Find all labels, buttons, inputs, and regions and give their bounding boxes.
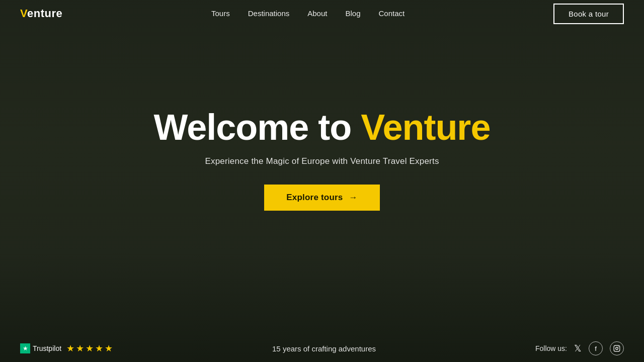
trustpilot-logo: ★ Trustpilot bbox=[20, 343, 61, 353]
follow-us-label: Follow us: bbox=[535, 344, 567, 352]
logo-accent-letter: V bbox=[20, 7, 27, 20]
star-5: ★ bbox=[105, 343, 113, 354]
star-4: ★ bbox=[95, 343, 103, 354]
nav-link-about[interactable]: About bbox=[307, 9, 327, 18]
explore-tours-button[interactable]: Explore tours → bbox=[264, 185, 379, 211]
svg-point-2 bbox=[618, 346, 618, 347]
logo[interactable]: Venture bbox=[20, 7, 62, 20]
logo-text: enture bbox=[27, 7, 62, 20]
hero-content: Welcome to Venture Experience the Magic … bbox=[0, 108, 644, 211]
svg-point-1 bbox=[616, 347, 618, 350]
explore-label: Explore tours bbox=[286, 193, 343, 203]
hero-title-white: Welcome to bbox=[154, 107, 361, 147]
trustpilot-label: Trustpilot bbox=[33, 344, 61, 352]
star-1: ★ bbox=[66, 343, 74, 354]
navbar: Venture Tours Destinations About Blog Co… bbox=[0, 0, 644, 27]
nav-link-contact[interactable]: Contact bbox=[378, 9, 405, 18]
nav-link-tours[interactable]: Tours bbox=[211, 9, 230, 18]
nav-item-blog[interactable]: Blog bbox=[345, 9, 360, 18]
instagram-icon[interactable] bbox=[610, 341, 624, 355]
twitter-icon[interactable]: 𝕏 bbox=[574, 343, 582, 354]
years-text: 15 years of crafting adventures bbox=[272, 344, 376, 353]
star-2: ★ bbox=[76, 343, 84, 354]
nav-link-destinations[interactable]: Destinations bbox=[248, 9, 290, 18]
trustpilot-star-icon: ★ bbox=[20, 343, 30, 353]
hero-subtitle: Experience the Magic of Europe with Vent… bbox=[205, 156, 439, 166]
facebook-icon[interactable]: f bbox=[589, 341, 603, 355]
nav-item-tours[interactable]: Tours bbox=[211, 9, 230, 18]
hero-title-accent: Venture bbox=[361, 107, 490, 147]
hero-title: Welcome to Venture bbox=[154, 108, 491, 147]
star-3: ★ bbox=[86, 343, 94, 354]
nav-item-destinations[interactable]: Destinations bbox=[248, 9, 290, 18]
nav-item-about[interactable]: About bbox=[307, 9, 327, 18]
nav-link-blog[interactable]: Blog bbox=[345, 9, 360, 18]
book-tour-button[interactable]: Book a tour bbox=[553, 4, 624, 24]
explore-arrow-icon: → bbox=[349, 193, 357, 203]
follow-us-section: Follow us: 𝕏 f bbox=[535, 341, 624, 355]
footer-bar: ★ Trustpilot ★ ★ ★ ★ ★ 15 years of craft… bbox=[0, 335, 644, 362]
nav-item-contact[interactable]: Contact bbox=[378, 9, 405, 18]
nav-links: Tours Destinations About Blog Contact bbox=[211, 9, 405, 18]
svg-rect-0 bbox=[614, 345, 620, 351]
star-rating: ★ ★ ★ ★ ★ bbox=[66, 343, 113, 354]
trustpilot-section: ★ Trustpilot ★ ★ ★ ★ ★ bbox=[20, 343, 113, 354]
